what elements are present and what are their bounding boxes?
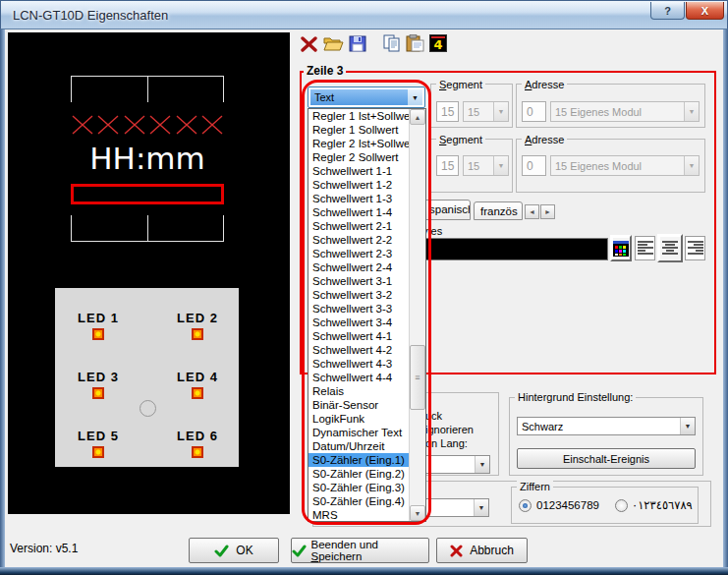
tab-franzoesisch[interactable]: französ [474, 201, 523, 220]
dropdown-item[interactable]: Schwellwert 4-2 [308, 343, 409, 357]
radio-western-digits-label: 0123456789 [536, 499, 599, 511]
x-mark-icon [200, 114, 224, 136]
dialog-window: LCN-GT10D Eigenschaften ? X HH:mm LED 1L… [0, 0, 728, 575]
align-center-button[interactable] [657, 234, 683, 262]
lcd-preview[interactable]: HH:mm LED 1LED 2LED 3LED 4LED 5LED 6 [8, 32, 290, 514]
help-button[interactable]: ? [650, 2, 685, 20]
scroll-down-button[interactable]: ▼ [410, 505, 425, 521]
led-cell: LED 2 [168, 311, 227, 340]
chevron-down-icon: ▼ [493, 156, 508, 175]
dropdown-item[interactable]: Schwellwert 3-1 [308, 274, 409, 288]
dropdown-item[interactable]: Schwellwert 2-2 [308, 233, 409, 247]
dropdown-item[interactable]: Regler 1 Sollwert [308, 123, 409, 137]
dropdown-item[interactable]: Relais [308, 384, 409, 398]
align-left-button[interactable] [635, 236, 655, 260]
dropdown-item[interactable]: Regler 2 Sollwert [308, 150, 409, 164]
dropdown-item[interactable]: Schwellwert 2-4 [308, 260, 409, 274]
dropdown-item[interactable]: Regler 1 Ist+Sollwer [308, 109, 409, 123]
color-palette-icon [613, 241, 629, 257]
check-icon [214, 545, 229, 557]
dropdown-item[interactable]: S0-Zähler (Eing.2) [308, 467, 409, 481]
dropdown-item[interactable]: Schwellwert 1-2 [308, 178, 409, 192]
paste-button[interactable] [406, 34, 424, 52]
open-button[interactable] [323, 35, 344, 52]
scrollbar-thumb[interactable]: ≡ [410, 345, 425, 410]
hintergrund-combo[interactable]: Schwarz▼ [517, 417, 696, 435]
x-mark-icon [96, 114, 120, 136]
adresse-combo-1[interactable]: 15 Eigenes Modul▼ [550, 101, 700, 122]
color-palette-button[interactable] [610, 235, 632, 261]
tab-scroll-right-button[interactable]: ► [540, 204, 555, 219]
adresse-id-field-2[interactable]: 0 [522, 155, 546, 176]
radio-arabic-digits-label: ٠١٢٣٤٥٦٧٨٩ [632, 498, 693, 512]
dropdown-item[interactable]: Schwellwert 4-1 [308, 329, 409, 343]
save-and-close-button[interactable]: Beenden und Speichern [291, 538, 429, 563]
segment-id-field-1[interactable]: 15 [436, 101, 459, 122]
chevron-down-icon: ▼ [680, 418, 695, 434]
dropdown-item[interactable]: MRS [308, 508, 409, 521]
line-type-combo[interactable]: Text▼ [308, 86, 425, 108]
title-bar[interactable]: LCN-GT10D Eigenschaften ? X [0, 0, 728, 29]
adresse-combo-2[interactable]: 15 Eigenes Modul▼ [550, 155, 700, 176]
led-indicator [192, 446, 203, 458]
segment-id-field-2[interactable]: 15 [436, 155, 459, 176]
dropdown-item[interactable]: Schwellwert 3-4 [308, 316, 409, 329]
ok-button[interactable]: OK [189, 538, 279, 563]
led-indicator [92, 446, 104, 458]
copy-button[interactable] [383, 34, 401, 52]
arrow-down-icon: ▼ [415, 510, 421, 517]
dropdown-item[interactable]: Schwellwert 4-3 [308, 357, 409, 371]
chevron-down-icon: ▼ [684, 102, 699, 121]
chevron-down-icon: ▼ [408, 89, 422, 105]
x-mark-icon [123, 114, 146, 136]
dropdown-item[interactable]: Schwellwert 4-4 [308, 371, 409, 384]
tab-spanisch[interactable]: spanisch [422, 200, 471, 220]
scroll-up-button[interactable]: ▲ [410, 109, 425, 125]
delete-button[interactable] [301, 36, 317, 52]
close-icon: X [701, 5, 708, 17]
tab-scroll-left-button[interactable]: ◄ [525, 204, 539, 219]
align-center-icon [661, 240, 679, 257]
dropdown-item[interactable]: S0-Zähler (Eing.4) [308, 494, 409, 508]
dropdown-item[interactable]: Datum/Uhrzeit [308, 439, 409, 453]
adresse-id-field-1[interactable]: 0 [522, 101, 546, 122]
arrow-up-icon: ▲ [415, 114, 421, 121]
save-button[interactable] [349, 35, 366, 52]
segment-combo-1[interactable]: 15▼ [463, 101, 509, 122]
align-left-icon [637, 240, 654, 257]
einschalt-ereignis-button[interactable]: Einschalt-Ereignis [517, 448, 696, 469]
led-label: LED 5 [69, 429, 128, 443]
led-cell: LED 4 [168, 370, 227, 399]
dropdown-item[interactable]: Schwellwert 2-3 [308, 247, 409, 260]
dropdown-item[interactable]: S0-Zähler (Eing.3) [308, 481, 409, 494]
display-lines-button[interactable]: 4 [429, 34, 447, 52]
align-right-button[interactable] [685, 236, 705, 260]
dropdown-item[interactable]: Binär-Sensor [308, 398, 409, 412]
help-icon: ? [664, 5, 671, 17]
align-right-icon [687, 240, 704, 257]
touch-zone-bottom [71, 215, 224, 242]
dropdown-item[interactable]: Schwellwert 1-4 [308, 205, 409, 219]
dropdown-item[interactable]: Schwellwert 3-2 [308, 288, 409, 302]
dropdown-item[interactable]: Schwellwert 1-1 [308, 164, 409, 178]
segment-combo-2[interactable]: 15▼ [463, 155, 509, 176]
dropdown-item[interactable]: LogikFunk [308, 412, 409, 426]
dropdown-item[interactable]: Schwellwert 1-3 [308, 192, 409, 205]
arrow-right-icon: ► [544, 208, 551, 215]
close-button[interactable]: X [686, 2, 724, 20]
cancel-button[interactable]: Abbruch [436, 538, 528, 563]
dropdown-item[interactable]: Schwellwert 2-1 [308, 219, 409, 233]
dropdown-item[interactable]: Regler 2 Ist+Sollwer [308, 137, 409, 150]
dropdown-item[interactable]: S0-Zähler (Eing.1) [308, 453, 409, 467]
radio-western-digits[interactable] [519, 499, 532, 512]
radio-arabic-digits[interactable] [615, 499, 628, 512]
chevron-down-icon: ▼ [475, 456, 489, 473]
window-border-bottom [0, 567, 728, 575]
dropdown-item[interactable]: Schwellwert 3-3 [308, 302, 409, 316]
ignorieren-text-fragment: ignorieren [425, 424, 474, 435]
dropdown-item[interactable]: Dynamischer Text [308, 426, 409, 439]
clock-display: HH:mm [71, 141, 224, 176]
adresse-group-1-label: Adresse [522, 79, 567, 90]
x-mark-icon [175, 114, 198, 136]
tastendruck-text-fragment: uck [425, 410, 442, 422]
